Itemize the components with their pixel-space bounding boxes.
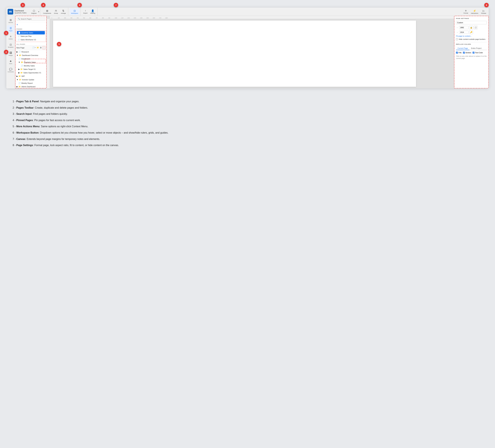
replace-tabs: Current Page Entire Project	[456, 47, 487, 50]
ruler-mark-1400: 1400	[140, 17, 146, 18]
st-arrow: ▶	[18, 68, 20, 70]
tab-current-page[interactable]: Current Page	[456, 47, 469, 50]
wr-page-icon: 📄	[18, 82, 21, 84]
diagram-button[interactable]: ⬡ Diagram	[30, 8, 38, 15]
comments-icon: 💬	[9, 68, 12, 71]
toolbar-group-workspace: ⊡ Workspace	[69, 8, 81, 16]
icons-label: Icons	[9, 63, 12, 64]
size-select[interactable]: Custom A4 Letter	[456, 21, 487, 24]
page-wip[interactable]: ▶ 📁 WIP	[15, 74, 47, 78]
add-page-button[interactable]: +	[16, 23, 18, 26]
pinned-quarterly-sales[interactable]: 📄 Quarterly Sales	[17, 31, 45, 34]
export-button[interactable]: ↑ Export	[82, 8, 89, 15]
ad-folder-icon: 📁	[18, 86, 21, 88]
page-admin-dashboard[interactable]: ▶ 📁 Admin Dashboard	[15, 85, 47, 88]
strokes-option[interactable]: Strokes	[463, 52, 471, 54]
page-sales-target[interactable]: ▶ 📁 Sales Target V1	[15, 68, 47, 71]
width-prefix: ↔	[456, 27, 458, 29]
ruler-mark-700: 700	[96, 17, 102, 18]
search-input[interactable]	[21, 18, 44, 20]
page-weekly-report[interactable]: 📄 Weekly Report	[15, 81, 47, 85]
research-icon: ▶	[16, 51, 18, 53]
pinned-sales-rep-label: Sales per Rep	[21, 35, 44, 37]
sidebar-item-outline[interactable]: ≡ Outline	[7, 33, 14, 41]
page-sales-opp[interactable]: ▶ 📁 Sales Opportunities V1	[15, 71, 47, 74]
desc-item-4: 4 - Pinned Pages: Pin pages for fast acc…	[13, 118, 482, 122]
strokes-checkbox[interactable]	[463, 52, 465, 54]
iu-label: Investor Update	[22, 79, 45, 81]
dashboard-page-icon: 📄	[18, 58, 21, 60]
page-dashboard[interactable]: 📄 Dashboard	[15, 57, 47, 60]
sidebar-item-icons[interactable]: ♣ Icons	[7, 58, 14, 66]
so-label: Sales Opportunities V1	[23, 72, 45, 74]
ad-label: Admin Dashboard	[21, 86, 45, 87]
fills-option[interactable]: Fills	[456, 52, 462, 54]
group-icon: ⊓	[55, 9, 57, 12]
export-label: Export	[83, 12, 87, 14]
more-actions-btn[interactable]: ⋮	[42, 46, 45, 49]
lock-aspect-btn[interactable]: 🔒	[469, 26, 473, 29]
pinned-sales-per-rep[interactable]: 📄 Sales per Rep	[16, 34, 45, 38]
qs2-label: Quarterly Sales	[24, 61, 45, 63]
sidebar-item-comments[interactable]: 💬 Comments	[7, 66, 14, 74]
pinned-sales-wireframe[interactable]: 📄 Sales Wireframe V2	[16, 38, 45, 42]
desc-item-6: 6 - Workspace Button: Dropdown options l…	[13, 131, 482, 135]
page-monthly-sales[interactable]: 📄 Monthly Sales	[15, 64, 47, 68]
group-button[interactable]: ⊓ Group	[53, 8, 59, 15]
page-dashboard-overview[interactable]: ▼ 📁 Dashboard Overview	[15, 54, 47, 57]
sidebar-item-templates[interactable]: ⊡ Templates	[7, 42, 14, 49]
page-quarterly-sales-2[interactable]: ▼ 📁 Quarterly Sales	[15, 60, 47, 64]
pinned-wireframe-label: Sales Wireframe V2	[21, 39, 44, 41]
preview-button[interactable]: ▷ Preview	[480, 8, 487, 15]
interactions-label: Interactions	[471, 13, 478, 14]
toolbar-right: ≡ Format ⚡ Interactions ▷ Preview	[462, 8, 487, 15]
iu-arrow: ▼	[16, 79, 18, 81]
width-input[interactable]	[459, 26, 469, 29]
page-investor-update[interactable]: ▼ 📁 Investor Update	[15, 78, 47, 81]
format-button[interactable]: ≡ Format	[462, 8, 469, 15]
workspace-label: Workspace	[71, 13, 78, 14]
height-input[interactable]	[459, 31, 469, 34]
components-label: Components	[43, 13, 51, 14]
hide-content-row: Hide content outside page borders	[456, 38, 487, 40]
interactions-button[interactable]: ⚡ Interactions	[469, 8, 480, 15]
ruler-mark-800: 800	[102, 17, 108, 18]
portrait-btn[interactable]: 🔑	[469, 30, 473, 34]
components-button[interactable]: ⊞ Components	[42, 8, 53, 15]
sidebar-item-stencils[interactable]: ⊞ Stencils	[7, 17, 14, 25]
new-page-folder-btn[interactable]: 📁	[36, 46, 39, 49]
ad-arrow: ▶	[16, 86, 18, 88]
page-research[interactable]: ▶ 📄 Research	[15, 50, 47, 54]
text-color-checkbox[interactable]	[473, 52, 474, 54]
breadcrumb: Dashboard Quarterly Sales	[14, 10, 27, 14]
desc-item-3: 3 - Search Input: Find pages and folders…	[13, 112, 482, 116]
monthly-label: Monthly Sales	[24, 65, 45, 67]
tab-entire-project[interactable]: Entire Project	[469, 47, 483, 50]
workspace-button[interactable]: ⊡ Workspace	[70, 8, 80, 15]
annotation-6: 6	[77, 3, 82, 7]
description-list: 1 - Pages Tab & Panel: Navigate and orga…	[13, 100, 482, 147]
hide-content-checkbox[interactable]	[456, 38, 458, 40]
sharing-button[interactable]: 👤 Sharing	[89, 8, 96, 15]
arrange-button[interactable]: ⇅ Arrange	[60, 8, 67, 15]
search-box[interactable]: 🔍	[16, 17, 45, 21]
screenshot-area: 3 4 6 7 8 1 2 5 m Dashboard Quarterly Sa…	[0, 0, 495, 93]
new-page-bar: New Page 📄+ 📁 🗑 ⋮	[15, 45, 47, 50]
templates-icon: ⊡	[10, 43, 12, 46]
text-color-option[interactable]: Text Color	[473, 52, 483, 54]
text-color-label: Text Color	[475, 52, 483, 54]
new-page-add-btn[interactable]: 📄+	[32, 46, 36, 49]
icons-icon: ♣	[10, 60, 12, 63]
ruler-horizontal: 0 100 200 300 400 500 600 700 800 900 10…	[50, 16, 454, 19]
landscape-btn[interactable]: ⬜	[474, 26, 478, 29]
breadcrumb-sub: Quarterly Sales	[14, 12, 27, 14]
diagram-dropdown-arrow[interactable]: ▾	[38, 11, 39, 13]
fit-page-link[interactable]: Fit page to content...	[456, 35, 487, 37]
annotation-8: 8	[484, 3, 489, 7]
outline-icon: ≡	[10, 35, 11, 38]
app-logo[interactable]: m	[8, 9, 13, 14]
annotation-3: 3	[21, 3, 25, 7]
fills-checkbox[interactable]	[456, 52, 458, 54]
new-page-delete-btn[interactable]: 🗑	[40, 46, 42, 49]
canvas-area: 0 100 200 300 400 500 600 700 800 900 10…	[47, 16, 454, 88]
